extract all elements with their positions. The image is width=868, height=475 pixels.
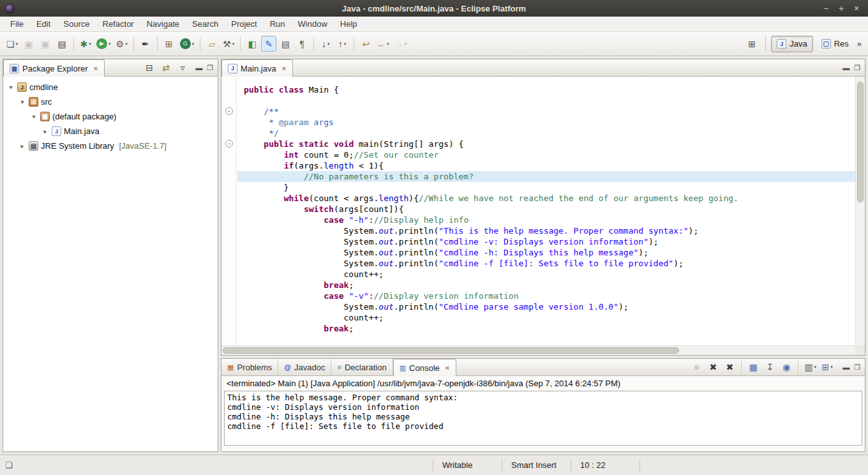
last-edit-location-button[interactable]: ↩: [358, 36, 373, 52]
code-line[interactable]: case "-v"://Display version information: [244, 290, 855, 301]
collapse-arrow-icon[interactable]: ▾: [7, 84, 15, 91]
new-java-class-button[interactable]: G▾: [178, 36, 197, 52]
menu-source[interactable]: Source: [57, 17, 96, 31]
code-line[interactable]: switch(args[count]){: [244, 204, 855, 215]
code-line[interactable]: * @param args: [244, 117, 855, 128]
save-button[interactable]: ▣: [21, 36, 36, 52]
close-view-icon[interactable]: ✕: [93, 65, 98, 72]
status-trim-icon[interactable]: ❏: [5, 460, 19, 470]
tab-problems[interactable]: ▦Problems: [221, 359, 278, 375]
menu-navigate[interactable]: Navigate: [140, 17, 186, 31]
scroll-lock-button[interactable]: ↧: [762, 359, 777, 375]
toggle-highlight-button[interactable]: ✎: [261, 36, 276, 52]
external-tools-button[interactable]: ⚙▾: [114, 36, 130, 52]
collapse-all-button[interactable]: ⊟: [142, 60, 157, 76]
maximize-window-button[interactable]: +: [834, 1, 849, 16]
editor-tab-main-java[interactable]: J Main.java ✕: [221, 59, 293, 77]
display-selected-console-button[interactable]: ▥▾: [802, 359, 818, 375]
code-line[interactable]: while(count < args.length){//While we ha…: [244, 193, 855, 204]
previous-annotation-button[interactable]: ↑▾: [334, 36, 350, 52]
code-line[interactable]: System.out.println("cmdline -f [file]: S…: [244, 258, 855, 269]
code-line[interactable]: count++;: [244, 269, 855, 280]
forward-button[interactable]: →▾: [393, 36, 409, 52]
code-line[interactable]: System.out.println("cmdline -v: Displays…: [244, 236, 855, 247]
view-menu-button[interactable]: ▿: [175, 60, 190, 76]
close-window-button[interactable]: ×: [849, 1, 864, 16]
new-java-class-dropdown-icon[interactable]: ▾: [192, 41, 195, 47]
menu-file[interactable]: File: [4, 17, 30, 31]
maximize-view-button[interactable]: ❐: [207, 64, 213, 72]
new-wizard-dropdown-icon[interactable]: ▾: [16, 41, 19, 47]
link-with-editor-button[interactable]: ⇄: [158, 60, 174, 76]
perspective-java-button[interactable]: J Java: [771, 36, 812, 52]
code-line[interactable]: break;: [244, 280, 855, 290]
new-java-project-button[interactable]: ⊞: [161, 36, 177, 52]
code-line[interactable]: System.out.println("Cmdline parse sample…: [244, 301, 855, 312]
run-dropdown-icon[interactable]: ▾: [108, 41, 111, 47]
next-annotation-dropdown-icon[interactable]: ▾: [327, 41, 330, 47]
code-line[interactable]: if(args.length < 1){: [244, 160, 855, 171]
code-line[interactable]: int count = 0;//Set our counter: [244, 149, 855, 160]
build-tools-dropdown-icon[interactable]: ▾: [232, 41, 235, 47]
clear-console-button[interactable]: ▦: [745, 359, 761, 375]
remove-all-launches-button[interactable]: ✖: [722, 359, 737, 375]
minimize-window-button[interactable]: −: [818, 1, 834, 16]
show-selected-element-button[interactable]: ▤: [278, 36, 293, 52]
maximize-console-button[interactable]: ❐: [854, 363, 860, 372]
open-task-button[interactable]: ▱: [204, 36, 220, 52]
minimize-editor-button[interactable]: ▬: [842, 64, 849, 72]
code-line[interactable]: [244, 95, 855, 106]
debug-button[interactable]: ✱▾: [78, 36, 93, 52]
previous-annotation-dropdown-icon[interactable]: ▾: [344, 41, 347, 47]
code-line[interactable]: count++;: [244, 312, 855, 323]
fold-collapse-icon[interactable]: −: [225, 107, 233, 115]
code-line[interactable]: System.out.println("cmdline -h: Displays…: [244, 247, 855, 258]
print-button[interactable]: ▤: [54, 36, 70, 52]
pin-console-button[interactable]: ◉: [779, 359, 794, 375]
save-all-button[interactable]: ▣: [38, 36, 53, 52]
horizontal-scrollbar-thumb[interactable]: [223, 347, 679, 354]
menu-window[interactable]: Window: [292, 17, 334, 31]
minimize-console-button[interactable]: ▬: [842, 363, 849, 371]
code-line[interactable]: case "-h"://Display help info: [244, 215, 855, 225]
code-line[interactable]: break;: [244, 323, 855, 334]
tab-javadoc[interactable]: @Javadoc: [278, 359, 331, 375]
new-wizard-button[interactable]: ❏▾: [4, 36, 20, 52]
expand-arrow-icon[interactable]: ▸: [19, 142, 26, 149]
run-button[interactable]: ▶▾: [94, 36, 113, 52]
open-console-button[interactable]: ⊞▾: [819, 359, 835, 375]
back-button[interactable]: ←▾: [375, 36, 391, 52]
package-explorer-tab[interactable]: ▦ Package Explorer ✕: [3, 59, 105, 77]
code-line[interactable]: /**: [244, 106, 855, 117]
menu-search[interactable]: Search: [186, 17, 225, 31]
forward-dropdown-icon[interactable]: ▾: [405, 41, 407, 47]
next-annotation-button[interactable]: ↓▾: [318, 36, 333, 52]
code-line[interactable]: //No parameters is this a problem?: [237, 171, 855, 182]
fold-collapse-icon[interactable]: −: [225, 140, 233, 147]
code-line[interactable]: public class Main {: [244, 84, 855, 95]
close-editor-tab-icon[interactable]: ✕: [281, 65, 287, 72]
collapse-arrow-icon[interactable]: ▾: [30, 113, 38, 120]
tab-console[interactable]: ▥Console✕: [393, 359, 457, 376]
show-whitespace-button[interactable]: ¶: [294, 36, 310, 52]
console-output[interactable]: This is the help message. Proper command…: [224, 391, 862, 446]
build-tools-button[interactable]: ⚒▾: [221, 36, 236, 52]
collapse-arrow-icon[interactable]: ▾: [19, 98, 26, 105]
vertical-scrollbar-thumb[interactable]: [857, 82, 864, 202]
edit-tool-button[interactable]: ✒: [138, 36, 153, 52]
menu-project[interactable]: Project: [225, 17, 263, 31]
close-console-tab-icon[interactable]: ✕: [445, 365, 450, 372]
menu-edit[interactable]: Edit: [30, 17, 57, 31]
open-console-dropdown-icon[interactable]: ▾: [830, 365, 833, 370]
expand-arrow-icon[interactable]: ▸: [41, 128, 49, 135]
tree-item-main-java[interactable]: ▸JMain.java: [3, 124, 218, 139]
code-line[interactable]: */: [244, 128, 855, 139]
menu-refactor[interactable]: Refactor: [96, 17, 140, 31]
code-area[interactable]: public class Main { /** * @param args */…: [237, 77, 855, 345]
code-line[interactable]: System.out.println("This is the help mes…: [244, 225, 855, 236]
debug-dropdown-icon[interactable]: ▾: [89, 41, 91, 47]
coverage-button[interactable]: ◧: [244, 36, 260, 52]
perspective-resource-button[interactable]: ▢ Res: [816, 36, 855, 52]
display-selected-console-dropdown-icon[interactable]: ▾: [814, 365, 817, 370]
remove-launch-button[interactable]: ✖: [705, 359, 721, 375]
